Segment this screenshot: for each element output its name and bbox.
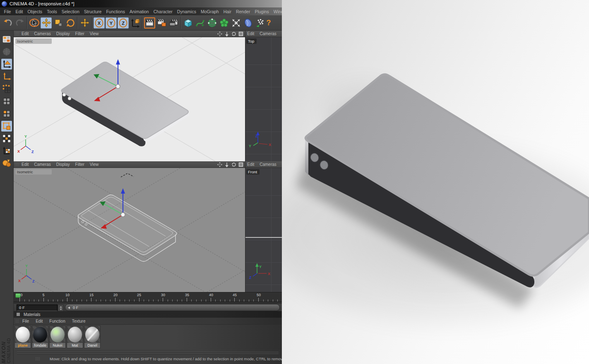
viewport-top[interactable]: Edit Cameras Di Z Y X Top xyxy=(245,31,282,161)
materials-menu-texture[interactable]: Texture xyxy=(72,319,86,323)
menu-character[interactable]: Character xyxy=(151,9,175,14)
material-tile-nukei[interactable]: Nukei xyxy=(49,326,66,348)
z-axis-lock-icon[interactable]: Z xyxy=(118,17,129,29)
vp2-menu-filter[interactable]: Filter xyxy=(75,162,84,167)
menu-selection[interactable]: Selection xyxy=(59,9,82,14)
live-selection-icon[interactable] xyxy=(29,17,40,29)
material-tile-mat[interactable]: Mat xyxy=(67,326,83,348)
menu-objects[interactable]: Objects xyxy=(25,9,45,14)
frame-tick-label: 50 xyxy=(257,293,261,297)
current-frame-field[interactable]: 0 F xyxy=(17,304,58,311)
menu-hair[interactable]: Hair xyxy=(221,9,233,14)
vp2-menu-display[interactable]: Display xyxy=(56,162,70,167)
materials-menu-edit[interactable]: Edit xyxy=(36,319,43,323)
axis-indicator: Y X Z xyxy=(249,263,270,280)
materials-title-bar[interactable]: Materials xyxy=(14,311,282,318)
top-menu-edit[interactable]: Edit xyxy=(247,31,254,36)
viewport-isometric-wireframe[interactable]: Edit Cameras Display Filter View xyxy=(14,161,245,292)
undo-icon[interactable] xyxy=(2,17,13,29)
rotate-tool-icon[interactable] xyxy=(65,17,76,29)
add-cube-primitive-icon[interactable] xyxy=(183,17,194,29)
slider-left-arrow-icon[interactable] xyxy=(67,305,71,310)
edit-render-settings-icon[interactable] xyxy=(168,17,179,29)
clone-tools-icon[interactable] xyxy=(255,17,266,29)
vp2-menu-view[interactable]: View xyxy=(90,162,99,167)
vp1-menu-edit[interactable]: Edit xyxy=(22,31,29,36)
viewport-move-icon[interactable] xyxy=(217,162,222,167)
environment-objects-icon[interactable] xyxy=(243,17,254,29)
modeling-objects-icon[interactable] xyxy=(219,17,230,29)
drag-grip-icon[interactable] xyxy=(15,163,19,166)
vp2-menu-cameras[interactable]: Cameras xyxy=(34,162,51,167)
menu-dynamics[interactable]: Dynamics xyxy=(175,9,198,14)
model-mode-icon[interactable] xyxy=(1,59,12,69)
timeline-ruler[interactable]: 0 5 10 15 20 25 30 35 40 45 50 xyxy=(14,292,282,304)
timeline-slider[interactable]: 0 F xyxy=(65,304,280,311)
viewport-move-icon[interactable] xyxy=(217,31,222,36)
vp1-menu-filter[interactable]: Filter xyxy=(75,31,84,36)
vp2-menu-edit[interactable]: Edit xyxy=(22,162,29,167)
help-icon[interactable]: ? xyxy=(267,17,271,29)
drag-grip-icon[interactable] xyxy=(15,32,19,36)
vp1-menu-cameras[interactable]: Cameras xyxy=(34,31,51,36)
viewport-isometric-shaded[interactable]: Edit Cameras Display Filter View xyxy=(14,31,245,161)
viewport-front[interactable]: Edit Cameras Di Y X Z Front xyxy=(245,161,282,292)
texture-axis-mode-icon[interactable] xyxy=(1,133,12,144)
scale-tool-icon[interactable] xyxy=(53,17,64,29)
drag-grip-icon[interactable] xyxy=(35,357,40,361)
front-menu-cameras[interactable]: Cameras xyxy=(260,162,276,167)
move-axis-icon[interactable] xyxy=(79,17,90,29)
menu-plugins[interactable]: Plugins xyxy=(252,9,271,14)
viewport-rotate-icon[interactable] xyxy=(231,162,236,167)
redo-icon[interactable] xyxy=(14,17,25,29)
coordinate-system-icon[interactable] xyxy=(130,17,141,29)
edges-mode-icon[interactable] xyxy=(1,96,12,107)
viewport-maximize-icon[interactable] xyxy=(238,162,243,167)
spline-tools-icon[interactable] xyxy=(195,17,206,29)
menu-structure[interactable]: Structure xyxy=(82,9,104,14)
top-view-canvas[interactable]: Z Y X xyxy=(245,37,282,161)
vp1-menu-display[interactable]: Display xyxy=(56,31,70,36)
material-tile-fondale[interactable]: fondale xyxy=(32,326,48,348)
material-tile-plane[interactable]: plane xyxy=(14,326,31,348)
viewport-rotate-icon[interactable] xyxy=(231,31,236,36)
y-axis-lock-icon[interactable]: Y xyxy=(106,17,117,29)
move-tool-icon[interactable] xyxy=(41,17,52,29)
viewport2-canvas[interactable]: Y X Z xyxy=(14,168,245,292)
menu-tools[interactable]: Tools xyxy=(45,9,60,14)
workplane-mode-icon[interactable] xyxy=(1,146,12,156)
viewport-zoom-icon[interactable] xyxy=(224,162,229,167)
generators-icon[interactable] xyxy=(207,17,218,29)
menu-animation[interactable]: Animation xyxy=(127,9,151,14)
viewport1-canvas[interactable]: Y X Z xyxy=(14,37,245,161)
points-mode-icon[interactable] xyxy=(1,84,12,94)
drag-grip-icon[interactable] xyxy=(15,319,19,323)
menu-render[interactable]: Render xyxy=(233,9,252,14)
materials-menu-function[interactable]: Function xyxy=(49,319,65,323)
deformers-icon[interactable] xyxy=(231,17,242,29)
svg-text:X: X xyxy=(268,272,270,276)
top-menu-cameras[interactable]: Cameras xyxy=(260,31,276,36)
slider-frame-label: 0 F xyxy=(73,306,78,310)
viewport-maximize-icon[interactable] xyxy=(238,31,243,36)
front-view-canvas[interactable]: Y X Z xyxy=(245,168,282,292)
front-menu-edit[interactable]: Edit xyxy=(247,162,254,167)
vp1-menu-view[interactable]: View xyxy=(90,31,99,36)
object-axis-mode-icon[interactable] xyxy=(1,71,12,82)
x-axis-lock-icon[interactable]: X xyxy=(94,17,105,29)
menu-mograph[interactable]: MoGraph xyxy=(198,9,221,14)
display-mode-icon[interactable] xyxy=(1,158,12,169)
render-to-picture-viewer-icon[interactable] xyxy=(156,17,167,29)
polygons-mode-icon[interactable] xyxy=(1,108,12,119)
current-frame-marker[interactable] xyxy=(15,293,21,298)
menu-file[interactable]: File xyxy=(2,9,13,14)
material-tile-danel[interactable]: Danel xyxy=(84,326,101,348)
texture-mode-icon[interactable] xyxy=(1,121,12,132)
materials-menu-file[interactable]: File xyxy=(22,319,29,323)
content-browser-icon[interactable] xyxy=(1,46,12,57)
layout-icon[interactable] xyxy=(1,34,12,45)
menu-edit[interactable]: Edit xyxy=(13,9,25,14)
menu-functions[interactable]: Functions xyxy=(104,9,127,14)
viewport-zoom-icon[interactable] xyxy=(224,31,229,36)
render-view-icon[interactable] xyxy=(144,17,155,29)
